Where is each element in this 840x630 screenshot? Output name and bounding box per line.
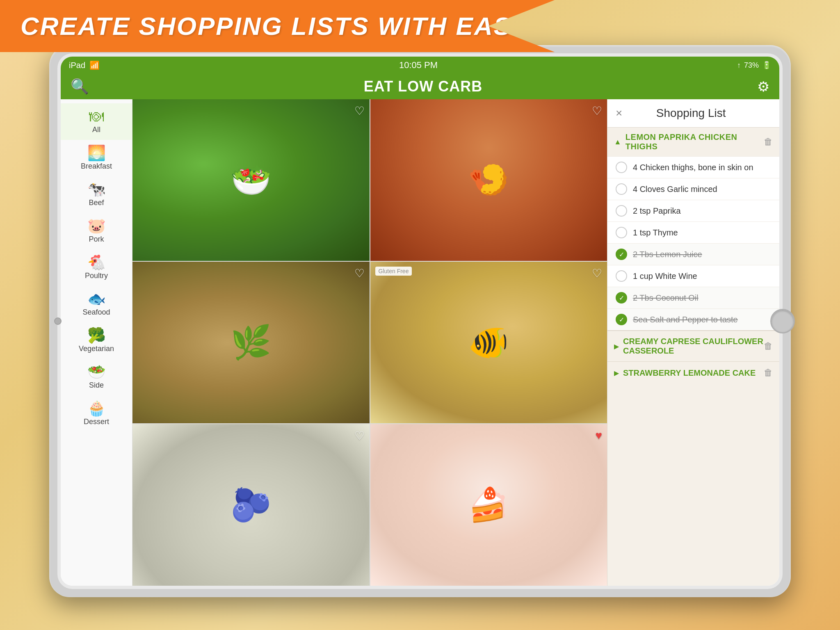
checkbox-garlic[interactable] [616,183,627,195]
blueberry-heart[interactable]: ♡ [354,429,365,443]
recipe-group-name-lemon-paprika: LEMON PAPRIKA CHICKEN THIGHS [625,132,764,151]
shopping-title: Shopping List [622,107,760,120]
salad-heart[interactable]: ♡ [354,104,365,118]
strawberry-cake-image: 🍰 [370,424,607,586]
recipe-cell-fishcake[interactable]: 🐠 ♡ Gluten Free [370,262,607,423]
sidebar-label-dessert: Dessert [84,418,109,426]
search-icon[interactable]: 🔍 [71,78,89,95]
status-left: iPad 📶 [69,60,100,70]
poultry-icon: 🐔 [87,255,106,270]
sidebar-label-pork: Pork [89,235,104,244]
recipe-group-lemon-paprika: ▲ LEMON PAPRIKA CHICKEN THIGHS 🗑 4 Chick… [607,128,779,331]
sidebar-item-breakfast[interactable]: 🌅 Breakfast [61,140,132,176]
ingredient-text-paprika: 2 tsp Paprika [633,206,773,216]
recipe-cell-salad[interactable]: 🥗 ♡ [132,99,370,261]
status-right: ↑ 73% 🔋 [737,61,771,70]
shopping-body: ▲ LEMON PAPRIKA CHICKEN THIGHS 🗑 4 Chick… [607,128,779,586]
title-bold: LOW CARB [398,78,482,95]
recipe-group-strawberry[interactable]: ▶ STRAWBERRY LEMONADE CAKE 🗑 [607,361,779,384]
recipe-group-name-caprese: CREAMY CAPRESE CAULIFLOWER CASSEROLE [623,337,764,356]
breakfast-icon: 🌅 [87,146,106,160]
status-device: iPad [69,61,85,70]
pork-icon: 🐷 [87,219,106,233]
title-prefix: EAT [364,78,398,95]
checkbox-chicken[interactable] [616,162,627,173]
recipe-group-name-strawberry: STRAWBERRY LEMONADE CAKE [623,368,764,378]
shopping-panel: × Shopping List ▲ LEMON PAPRIKA CHICKEN … [607,99,779,586]
status-bar: iPad 📶 10:05 PM ↑ 73% 🔋 [61,57,779,74]
banner: CREATE SHOPPING LISTS WITH EASE [0,0,555,52]
vegetarian-icon: 🥦 [87,328,106,343]
sidebar-item-side[interactable]: 🥗 Side [61,359,132,395]
ingredient-white-wine[interactable]: 1 cup White Wine [607,265,779,287]
checkbox-thyme[interactable] [616,227,627,238]
recipe-group-caprese[interactable]: ▶ CREAMY CAPRESE CAULIFLOWER CASSEROLE 🗑 [607,331,779,361]
close-button[interactable]: × [616,107,622,120]
sidebar-item-poultry[interactable]: 🐔 Poultry [61,249,132,286]
fishcake-image: 🐠 [370,262,607,423]
recipe-cell-blueberry[interactable]: 🫐 ♡ [132,424,370,586]
recipe-cell-shrimp[interactable]: 🍤 ♡ [370,99,607,261]
sidebar-label-breakfast: Breakfast [81,162,112,171]
recipe-group-header-lemon-paprika[interactable]: ▲ LEMON PAPRIKA CHICKEN THIGHS 🗑 [607,128,779,156]
checkbox-white-wine[interactable] [616,270,627,282]
seafood-icon: 🐟 [87,292,106,306]
ingredient-lemon-juice[interactable]: ✓ 2 Tbs Lemon Juice [607,243,779,265]
ingredient-text-salt-pepper: Sea Salt and Pepper to taste [633,315,773,324]
trash-icon-strawberry[interactable]: 🗑 [764,368,773,378]
ingredient-text-lemon-juice: 2 Tbs Lemon Juice [633,250,773,259]
artichoke-image: 🌿 [132,262,370,423]
expand-arrow-lemon-paprika: ▲ [614,138,621,146]
shrimp-image: 🍤 [370,99,607,261]
ingredient-coconut-oil[interactable]: ✓ 2 Tbs Coconut Oil [607,287,779,308]
expand-arrow-strawberry: ▶ [614,369,619,377]
ingredient-thyme[interactable]: 1 tsp Thyme [607,221,779,243]
location-icon: ↑ [737,61,741,70]
ingredient-paprika[interactable]: 2 tsp Paprika [607,200,779,221]
ingredient-text-garlic: 4 Cloves Garlic minced [633,185,773,194]
sidebar-item-all[interactable]: 🍽 All [61,103,132,140]
ingredient-salt-pepper[interactable]: ✓ Sea Salt and Pepper to taste [607,308,779,330]
ipad-frame: iPad 📶 10:05 PM ↑ 73% 🔋 🔍 EAT LOW CARB ⚙ [49,45,791,597]
recipe-cell-artichoke[interactable]: 🌿 ♡ [132,262,370,423]
recipe-grid: 🥗 ♡ 🍤 ♡ 🌿 [132,99,607,586]
recipe-cell-strawberry-cake[interactable]: 🍰 ♥ [370,424,607,586]
ingredient-chicken[interactable]: 4 Chicken thighs, bone in skin on [607,156,779,178]
dessert-icon: 🧁 [87,401,106,416]
artichoke-heart[interactable]: ♡ [354,267,365,280]
sidebar-item-pork[interactable]: 🐷 Pork [61,213,132,249]
shrimp-heart[interactable]: ♡ [592,104,602,118]
sidebar-label-poultry: Poultry [85,272,108,280]
sidebar-label-all: All [92,126,100,134]
trash-icon-caprese[interactable]: 🗑 [764,341,773,352]
checkbox-lemon-juice[interactable]: ✓ [616,249,627,260]
battery-icon: 🔋 [762,61,771,70]
ingredient-text-coconut-oil: 2 Tbs Coconut Oil [633,293,773,303]
trash-icon-lemon-paprika[interactable]: 🗑 [764,137,773,147]
beef-icon: 🐄 [87,182,106,197]
status-time: 10:05 PM [399,60,438,71]
sidebar-item-beef[interactable]: 🐄 Beef [61,176,132,213]
sidebar-label-vegetarian: Vegetarian [79,345,114,353]
all-icon: 🍽 [89,109,104,124]
checkbox-salt-pepper[interactable]: ✓ [616,314,627,325]
main-content: 🍽 All 🌅 Breakfast 🐄 Beef 🐷 Pork [61,99,779,586]
fishcake-heart[interactable]: ♡ [592,267,602,280]
ingredient-text-thyme: 1 tsp Thyme [633,228,773,237]
checkbox-paprika[interactable] [616,205,627,217]
nav-bar: 🔍 EAT LOW CARB ⚙ [61,74,779,99]
sidebar-label-seafood: Seafood [82,308,110,317]
ingredient-garlic[interactable]: 4 Cloves Garlic minced [607,178,779,200]
checkbox-coconut-oil[interactable]: ✓ [616,292,627,304]
sidebar-item-dessert[interactable]: 🧁 Dessert [61,395,132,432]
strawberry-cake-heart[interactable]: ♥ [595,429,602,442]
sidebar-item-seafood[interactable]: 🐟 Seafood [61,286,132,322]
app-title: EAT LOW CARB [364,78,482,95]
shopping-header: × Shopping List [607,99,779,128]
ipad-home-button[interactable] [770,309,795,333]
gear-icon[interactable]: ⚙ [757,78,769,95]
banner-text: CREATE SHOPPING LISTS WITH EASE [21,12,530,40]
ipad-inner: iPad 📶 10:05 PM ↑ 73% 🔋 🔍 EAT LOW CARB ⚙ [57,53,783,589]
sidebar-item-vegetarian[interactable]: 🥦 Vegetarian [61,322,132,359]
expand-arrow-caprese: ▶ [614,342,619,350]
